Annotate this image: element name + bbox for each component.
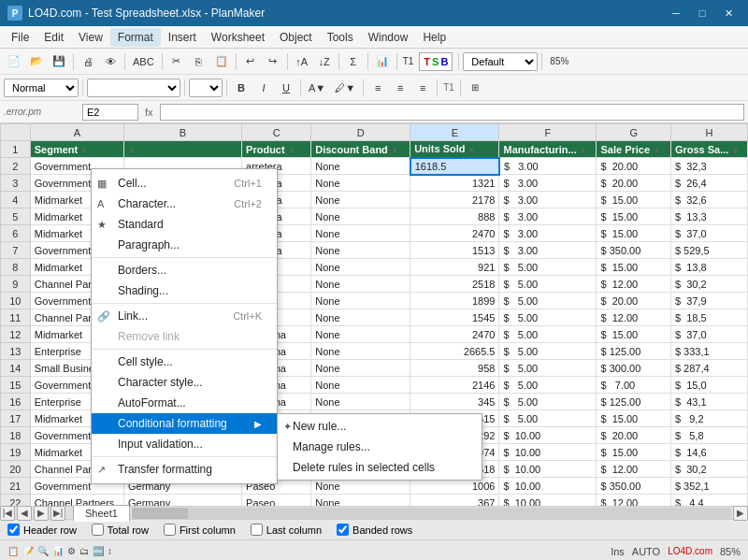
sum-button[interactable]: Σ: [343, 51, 364, 72]
font-name-combo[interactable]: [87, 79, 180, 97]
cell-6-h[interactable]: $ 37,0: [670, 225, 747, 242]
submenu-new-rule[interactable]: ✦ New rule...: [278, 416, 482, 437]
minimize-button[interactable]: ─: [664, 4, 688, 22]
tab-first-button[interactable]: |◀: [0, 506, 15, 521]
italic-button[interactable]: I: [253, 78, 274, 98]
cell-10-d[interactable]: None: [311, 293, 410, 309]
cell-13-d[interactable]: None: [311, 343, 410, 360]
cell-12-e[interactable]: 2470: [410, 326, 499, 343]
maximize-button[interactable]: □: [690, 4, 714, 22]
cell-1-f[interactable]: Manufacturin... ▼: [499, 141, 597, 158]
cell-3-h[interactable]: $ 26,4: [670, 175, 747, 192]
cell-11-f[interactable]: $ 5.00: [499, 309, 597, 326]
style-name-combo[interactable]: Normal: [4, 79, 79, 97]
menu-autoformat[interactable]: AutoFormat...: [92, 393, 277, 413]
header-row-checkbox[interactable]: [7, 524, 20, 536]
cell-8-d[interactable]: None: [311, 259, 410, 276]
cell-8-e[interactable]: 921: [410, 259, 499, 276]
cell-9-h[interactable]: $ 30,2: [670, 276, 747, 293]
cell-10-f[interactable]: $ 5.00: [499, 293, 597, 309]
cell-9-f[interactable]: $ 5.00: [499, 276, 597, 293]
cell-16-d[interactable]: None: [311, 394, 410, 410]
zoom-out-button[interactable]: 85%: [546, 51, 572, 72]
cell-6-e[interactable]: 2470: [410, 225, 499, 242]
sheet-tab-1[interactable]: Sheet1: [73, 505, 130, 522]
cell-reference-input[interactable]: [82, 104, 138, 121]
cell-6-f[interactable]: $ 3.00: [499, 225, 597, 242]
header-row-checkbox-label[interactable]: Header row: [7, 524, 77, 536]
cell-1-e[interactable]: Units Sold ▼: [410, 141, 499, 158]
scroll-right-button[interactable]: ▶: [733, 506, 748, 521]
cell-10-e[interactable]: 1899: [410, 293, 499, 309]
menu-paragraph[interactable]: Paragraph...: [92, 235, 277, 255]
cell-4-h[interactable]: $ 32,6: [670, 192, 747, 208]
banded-rows-checkbox-label[interactable]: Banded rows: [337, 524, 412, 536]
menu-format[interactable]: Format: [110, 28, 161, 47]
menu-view[interactable]: View: [71, 28, 110, 47]
font-size-combo[interactable]: [189, 79, 223, 97]
cell-13-h[interactable]: $ 333,1: [670, 343, 747, 360]
cell-17-h[interactable]: $ 9,2: [670, 410, 747, 427]
cell-13-f[interactable]: $ 5.00: [499, 343, 597, 360]
cell-4-f[interactable]: $ 3.00: [499, 192, 597, 208]
cell-15-h[interactable]: $ 15,0: [670, 377, 747, 394]
cell-21-h[interactable]: $ 352,1: [670, 478, 747, 495]
cell-1-b[interactable]: ▼: [123, 141, 241, 158]
menu-standard[interactable]: ★ Standard: [92, 214, 277, 235]
menu-edit[interactable]: Edit: [36, 28, 71, 47]
last-col-checkbox-label[interactable]: Last column: [251, 524, 322, 536]
cell-22-e[interactable]: 367: [410, 495, 499, 507]
merge-button[interactable]: ⊞: [465, 78, 485, 98]
menu-input-validation[interactable]: Input validation...: [92, 434, 277, 454]
sort-asc-button[interactable]: ↑A: [292, 51, 312, 72]
cell-12-f[interactable]: $ 5.00: [499, 326, 597, 343]
cell-16-e[interactable]: 345: [410, 394, 499, 410]
cell-2-f[interactable]: $ 3.00: [499, 158, 597, 175]
menu-tools[interactable]: Tools: [320, 28, 361, 47]
cell-1-a[interactable]: Segment ▼: [30, 141, 123, 158]
tab-next-button[interactable]: ▶: [34, 506, 49, 521]
banded-rows-checkbox[interactable]: [337, 524, 349, 536]
align-center-button[interactable]: ≡: [390, 78, 410, 98]
cell-18-h[interactable]: $ 5,8: [670, 427, 747, 444]
cell-12-d[interactable]: None: [311, 326, 410, 343]
cell-13-g[interactable]: $ 125.00: [597, 343, 670, 360]
cell-20-g[interactable]: $ 12.00: [597, 461, 670, 478]
last-col-checkbox[interactable]: [251, 524, 263, 536]
cell-7-g[interactable]: $ 350.00: [597, 242, 670, 259]
menu-cell[interactable]: ▦ Cell...Ctrl+1: [92, 173, 277, 194]
cell-1-h[interactable]: Gross Sa... ▼: [670, 141, 747, 158]
align-right-button[interactable]: ≡: [412, 78, 433, 98]
cell-6-g[interactable]: $ 15.00: [597, 225, 670, 242]
col-e-header[interactable]: E: [410, 124, 499, 141]
cell-2-g[interactable]: $ 20.00: [597, 158, 670, 175]
menu-character[interactable]: A Character...Ctrl+2: [92, 194, 277, 214]
cell-7-f[interactable]: $ 3.00: [499, 242, 597, 259]
cell-5-d[interactable]: None: [311, 208, 410, 225]
cell-5-f[interactable]: $ 3.00: [499, 208, 597, 225]
copy-button[interactable]: ⎘: [189, 51, 209, 72]
cell-4-e[interactable]: 2178: [410, 192, 499, 208]
first-col-checkbox-label[interactable]: First column: [164, 524, 236, 536]
cell-11-g[interactable]: $ 12.00: [597, 309, 670, 326]
cell-2-e[interactable]: 1618.5: [410, 158, 499, 175]
cell-3-f[interactable]: $ 3.00: [499, 175, 597, 192]
underline-button[interactable]: U: [276, 78, 296, 98]
cell-10-g[interactable]: $ 20.00: [597, 293, 670, 309]
close-button[interactable]: ✕: [716, 4, 741, 22]
menu-file[interactable]: File: [4, 28, 36, 47]
cell-22-c[interactable]: Paseo: [242, 495, 311, 507]
total-row-checkbox[interactable]: [92, 524, 104, 536]
cell-17-g[interactable]: $ 15.00: [597, 410, 670, 427]
menu-conditional-formatting[interactable]: Conditional formatting ▶ ✦ New rule... M…: [92, 413, 277, 434]
cell-16-g[interactable]: $ 125.00: [597, 394, 670, 410]
cell-3-d[interactable]: None: [311, 175, 410, 192]
cell-11-h[interactable]: $ 18,5: [670, 309, 747, 326]
cell-21-g[interactable]: $ 350.00: [597, 478, 670, 495]
menu-object[interactable]: Object: [272, 28, 320, 47]
cell-12-h[interactable]: $ 37,0: [670, 326, 747, 343]
menu-cell-style[interactable]: Cell style...: [92, 352, 277, 372]
formula-input[interactable]: [160, 104, 744, 121]
submenu-manage-rules[interactable]: Manage rules...: [278, 437, 482, 457]
col-g-header[interactable]: G: [597, 124, 670, 141]
